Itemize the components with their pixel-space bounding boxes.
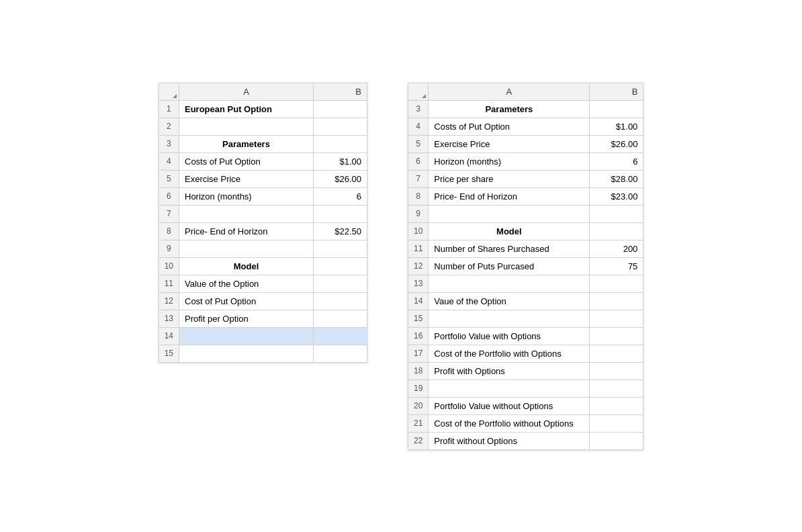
table-row: 14 <box>159 327 367 345</box>
table-row: 20Portfolio Value without Options <box>408 397 643 414</box>
cell-b <box>314 310 367 327</box>
cell-a: Exercise Price <box>179 170 314 187</box>
cell-a: Costs of Put Option <box>179 152 314 170</box>
cell-a: Price per share <box>429 170 590 187</box>
row-number: 8 <box>159 222 179 240</box>
row-number: 14 <box>159 327 179 345</box>
cell-a <box>179 240 314 257</box>
cell-a: Cost of Put Option <box>179 292 314 310</box>
table-row: 10Model <box>159 257 367 275</box>
cell-b: 6 <box>314 187 367 205</box>
cell-b <box>590 414 643 432</box>
cell-b <box>590 292 643 310</box>
table-row: 6Horizon (months)6 <box>159 187 367 205</box>
row-number: 10 <box>408 222 429 240</box>
row-number: 15 <box>408 310 429 327</box>
row-number: 3 <box>408 100 429 118</box>
row-number: 5 <box>408 135 429 152</box>
cell-a <box>179 345 314 362</box>
row-number: 20 <box>408 397 429 414</box>
row-number: 11 <box>159 275 179 292</box>
cell-b <box>590 380 643 397</box>
cell-a: Price- End of Horizon <box>179 222 314 240</box>
cell-b: 6 <box>590 152 643 170</box>
row-number: 17 <box>408 345 429 362</box>
cell-b: $26.00 <box>314 170 367 187</box>
row-number: 22 <box>408 432 429 449</box>
table-row: 21Cost of the Portfolio without Options <box>408 414 643 432</box>
table-row: 5Exercise Price$26.00 <box>408 135 643 152</box>
right-spreadsheet-container: A B 3Parameters4Costs of Put Option$1.00… <box>408 83 643 450</box>
cell-a: Model <box>179 257 314 275</box>
cell-b <box>314 257 367 275</box>
cell-a: Profit without Options <box>429 432 590 449</box>
row-number: 14 <box>408 292 429 310</box>
cell-a: Number of Shares Purchased <box>429 240 590 257</box>
table-row: 18Profit with Options <box>408 362 643 380</box>
row-number: 9 <box>408 205 429 222</box>
row-number: 13 <box>159 310 179 327</box>
cell-a: Horizon (months) <box>179 187 314 205</box>
table-row: 4Costs of Put Option$1.00 <box>159 152 367 170</box>
corner-cell-right <box>408 83 429 100</box>
cell-b <box>314 118 367 135</box>
table-row: 8Price- End of Horizon$22.50 <box>159 222 367 240</box>
table-row: 3Parameters <box>408 100 643 118</box>
right-col-header-b: B <box>590 83 643 100</box>
row-number: 4 <box>408 118 429 135</box>
row-number: 9 <box>159 240 179 257</box>
cell-a: Model <box>429 222 590 240</box>
table-row: 2 <box>159 118 367 135</box>
table-row: 14Vaue of the Option <box>408 292 643 310</box>
cell-b <box>314 345 367 362</box>
cell-b: $26.00 <box>590 135 643 152</box>
row-number: 2 <box>159 118 179 135</box>
table-row: 10Model <box>408 222 643 240</box>
cell-a: Parameters <box>429 100 590 118</box>
row-number: 21 <box>408 414 429 432</box>
cell-a: European Put Option <box>179 100 314 118</box>
cell-b <box>314 100 367 118</box>
table-row: 11Value of the Option <box>159 275 367 292</box>
row-number: 6 <box>408 152 429 170</box>
table-row: 9 <box>408 205 643 222</box>
row-number: 7 <box>408 170 429 187</box>
table-row: 11Number of Shares Purchased200 <box>408 240 643 257</box>
cell-a: Profit per Option <box>179 310 314 327</box>
table-row: 8Price- End of Horizon$23.00 <box>408 187 643 205</box>
cell-b <box>314 240 367 257</box>
cell-b <box>314 205 367 222</box>
right-table: A B 3Parameters4Costs of Put Option$1.00… <box>408 83 643 450</box>
cell-a: Exercise Price <box>429 135 590 152</box>
row-number: 3 <box>159 135 179 152</box>
cell-b: 200 <box>590 240 643 257</box>
table-row: 12Cost of Put Option <box>159 292 367 310</box>
cell-a: Costs of Put Option <box>429 118 590 135</box>
cell-a: Price- End of Horizon <box>429 187 590 205</box>
row-number: 12 <box>408 257 429 275</box>
row-number: 7 <box>159 205 179 222</box>
cell-b <box>314 275 367 292</box>
cell-b <box>314 327 367 345</box>
left-col-header-b: B <box>314 83 367 100</box>
row-number: 11 <box>408 240 429 257</box>
row-number: 15 <box>159 345 179 362</box>
row-number: 13 <box>408 275 429 292</box>
page-container: A B 1European Put Option23Parameters4Cos… <box>159 83 644 450</box>
cell-a <box>429 310 590 327</box>
cell-a: Value of the Option <box>179 275 314 292</box>
table-row: 9 <box>159 240 367 257</box>
table-row: 5Exercise Price$26.00 <box>159 170 367 187</box>
cell-a: Portfolio Value with Options <box>429 327 590 345</box>
cell-a: Portfolio Value without Options <box>429 397 590 414</box>
cell-b <box>590 345 643 362</box>
row-number: 18 <box>408 362 429 380</box>
cell-b <box>590 432 643 449</box>
table-row: 1European Put Option <box>159 100 367 118</box>
cell-b <box>590 100 643 118</box>
row-number: 12 <box>159 292 179 310</box>
cell-b: $28.00 <box>590 170 643 187</box>
cell-b: 75 <box>590 257 643 275</box>
cell-a <box>429 275 590 292</box>
row-number: 10 <box>159 257 179 275</box>
